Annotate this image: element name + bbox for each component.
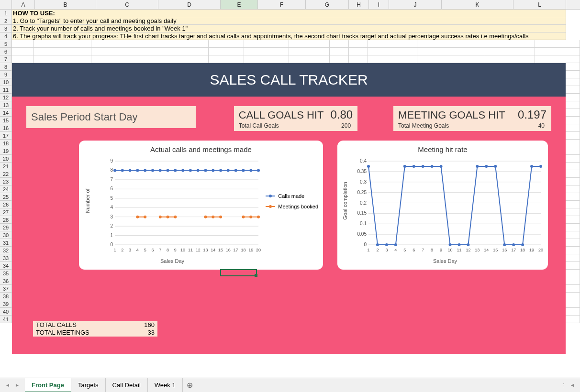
svg-text:15: 15 [493, 248, 498, 252]
call-goals-subvalue: 200 [341, 122, 351, 129]
row-header-33[interactable]: 33 [0, 254, 12, 262]
svg-point-128 [539, 165, 542, 168]
row-header-6[interactable]: 6 [0, 48, 12, 55]
column-header-C[interactable]: C [96, 0, 158, 9]
instructions-heading[interactable]: HOW TO USE: [12, 10, 566, 17]
row-header-35[interactable]: 35 [0, 270, 12, 277]
row-header-34[interactable]: 34 [0, 262, 12, 270]
chart-svg: 0123456789123456789101112131415161718192… [100, 156, 263, 257]
row-header-20[interactable]: 20 [0, 155, 12, 163]
row-header-37[interactable]: 37 [0, 285, 12, 293]
row-header-30[interactable]: 30 [0, 231, 12, 239]
row-headers: 1234567891011121314151617181920212223242… [0, 10, 12, 323]
row-header-15[interactable]: 15 [0, 117, 12, 124]
tab-nav-next-icon[interactable]: ► [13, 381, 21, 389]
column-header-A[interactable]: A [12, 0, 35, 9]
row-header-32[interactable]: 32 [0, 247, 12, 254]
row-header-21[interactable]: 21 [0, 163, 12, 170]
svg-point-53 [212, 169, 214, 172]
svg-text:8: 8 [431, 248, 433, 252]
chart-hit-rate[interactable]: Meeting hit rate 00.050.10.150.20.250.30… [337, 141, 548, 270]
sheet-tab[interactable]: Front Page [25, 378, 71, 392]
column-header-B[interactable]: B [35, 0, 96, 9]
row-header-11[interactable]: 11 [0, 86, 12, 94]
row-header-28[interactable]: 28 [0, 216, 12, 224]
sheet-tab[interactable]: Call Detail [106, 378, 148, 392]
row-header-9[interactable]: 9 [0, 71, 12, 78]
row-header-14[interactable]: 14 [0, 109, 12, 117]
row-header-8[interactable]: 8 [0, 63, 12, 71]
svg-point-125 [512, 243, 515, 246]
svg-text:0.15: 0.15 [357, 210, 367, 216]
tab-nav-prev-icon[interactable]: ◄ [4, 381, 11, 389]
sheet-tab[interactable]: Targets [71, 378, 106, 392]
row-header-40[interactable]: 40 [0, 308, 12, 316]
svg-text:1: 1 [113, 248, 116, 252]
row-header-5[interactable]: 5 [0, 40, 12, 48]
column-header-H[interactable]: H [349, 0, 369, 9]
svg-text:20: 20 [538, 248, 543, 252]
row-header-12[interactable]: 12 [0, 94, 12, 101]
row-header-18[interactable]: 18 [0, 140, 12, 147]
row-header-3[interactable]: 3 [0, 25, 12, 33]
svg-point-123 [494, 165, 497, 168]
column-header-L[interactable]: L [513, 0, 566, 9]
column-header-E[interactable]: E [221, 0, 258, 9]
svg-point-124 [503, 243, 506, 246]
svg-text:0.4: 0.4 [360, 158, 367, 163]
instructions-line[interactable]: 2. Track your number of calls and meetin… [12, 25, 566, 33]
svg-point-111 [385, 243, 388, 246]
instructions-line[interactable]: 6. The graphs will track your progress: … [12, 33, 566, 40]
select-all-corner[interactable] [0, 0, 12, 10]
column-header-K[interactable]: K [442, 0, 513, 9]
row-header-29[interactable]: 29 [0, 224, 12, 231]
call-goals-box: CALL GOALS HIT 0.80 Total Call Goals 200 [234, 106, 357, 131]
column-header-J[interactable]: J [389, 0, 442, 9]
legend-label: Meetings booked [278, 204, 318, 209]
row-header-1[interactable]: 1 [0, 10, 12, 17]
sheet-tab[interactable]: Week 1 [148, 378, 183, 392]
svg-point-113 [403, 165, 406, 168]
row-header-23[interactable]: 23 [0, 178, 12, 185]
svg-text:16: 16 [502, 248, 507, 252]
row-header-31[interactable]: 31 [0, 239, 12, 247]
sales-period-box: Sales Period Start Day [26, 106, 196, 128]
row-header-13[interactable]: 13 [0, 101, 12, 109]
row-header-27[interactable]: 27 [0, 208, 12, 216]
total-meetings-row: TOTAL MEETINGS 33 [33, 329, 157, 337]
row-header-10[interactable]: 10 [0, 78, 12, 86]
svg-point-61 [144, 216, 146, 218]
row-header-7[interactable]: 7 [0, 55, 12, 63]
column-header-F[interactable]: F [258, 0, 306, 9]
y-axis-label: Number of [85, 188, 90, 213]
tab-scroll-left-icon[interactable]: ◄ [569, 381, 576, 389]
instructions-line[interactable]: 1. Go to "Targets" to enter your call an… [12, 17, 566, 25]
row-header-25[interactable]: 25 [0, 193, 12, 201]
svg-point-54 [219, 169, 222, 172]
chart-calls-meetings[interactable]: Actual calls and meetings made 012345678… [79, 141, 323, 270]
row-header-16[interactable]: 16 [0, 124, 12, 132]
total-calls-row: TOTAL CALLS 160 [33, 321, 157, 329]
row-header-24[interactable]: 24 [0, 185, 12, 193]
column-header-G[interactable]: G [306, 0, 349, 9]
row-header-36[interactable]: 36 [0, 277, 12, 285]
svg-text:0.25: 0.25 [357, 190, 367, 195]
column-header-I[interactable]: I [369, 0, 389, 9]
column-header-M[interactable]: M [566, 0, 580, 9]
row-header-39[interactable]: 39 [0, 300, 12, 308]
row-header-19[interactable]: 19 [0, 147, 12, 155]
row-header-38[interactable]: 38 [0, 293, 12, 300]
svg-text:3: 3 [110, 214, 113, 219]
tab-options-icon[interactable]: ⋮ [560, 381, 568, 389]
svg-text:3: 3 [385, 248, 388, 252]
svg-text:18: 18 [520, 248, 525, 252]
column-header-D[interactable]: D [158, 0, 221, 9]
svg-point-110 [376, 243, 379, 246]
row-header-4[interactable]: 4 [0, 33, 12, 40]
row-header-41[interactable]: 41 [0, 316, 12, 323]
row-header-22[interactable]: 22 [0, 170, 12, 178]
row-header-2[interactable]: 2 [0, 17, 12, 25]
row-header-26[interactable]: 26 [0, 201, 12, 208]
add-sheet-button[interactable]: ⊕ [183, 380, 194, 391]
row-header-17[interactable]: 17 [0, 132, 12, 140]
